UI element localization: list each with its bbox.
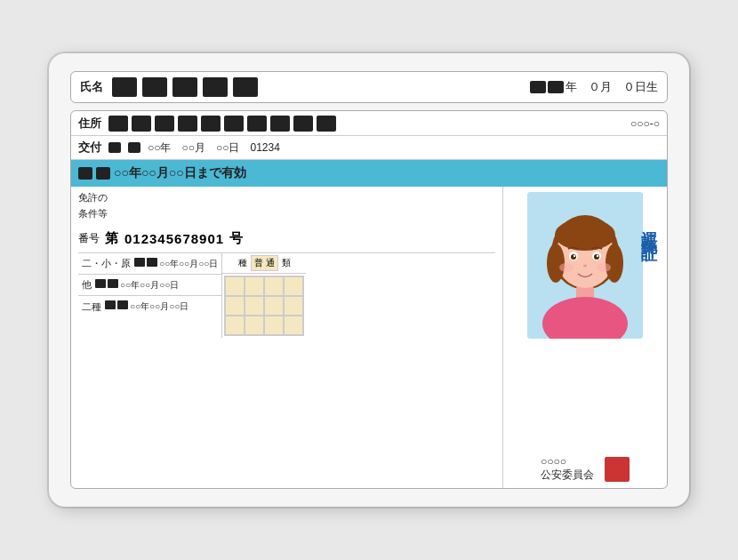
issue-block-1 — [108, 142, 121, 153]
number-value: 012345678901 — [124, 231, 224, 246]
license-card: 氏名 年 ０月 ０日生 住所 — [49, 53, 689, 507]
grid-cell — [284, 276, 303, 296]
license-title: 運転免許証 — [638, 218, 660, 236]
issue-block-2 — [128, 142, 140, 153]
grid-cell — [284, 296, 303, 316]
number-row: 番号 第 012345678901 号 — [78, 230, 495, 247]
conditions-label: 免許の 条件等 — [78, 190, 495, 221]
grid-cell — [264, 296, 284, 316]
address-row: 住所 ○○○-○ — [71, 111, 667, 136]
vehicle-grid-section: 種 普 通 類 — [222, 253, 306, 338]
validity-text: ○○年○○月○○日まで有効 — [114, 165, 246, 181]
dob-text: 年 ０月 ０日生 — [566, 79, 658, 95]
police-section: ○○○○公安委員会 — [541, 455, 630, 483]
grid-cell — [264, 276, 284, 296]
main-area: 住所 ○○○-○ 交付 ○○年 ○○月 ○○日 01234 — [70, 110, 668, 489]
address-blocks — [108, 116, 623, 132]
cat-row-他: 他 ○○年○○月○○日 — [78, 275, 221, 296]
police-seal — [605, 457, 630, 482]
cat-row-二種: 二種 ○○年○○月○○日 — [78, 296, 221, 317]
svg-point-13 — [597, 255, 598, 257]
name-block-5 — [233, 77, 258, 97]
cat-row-二小原: 二・小・原 ○○年○○月○○日 — [78, 253, 221, 275]
validity-row: ○○年○○月○○日まで有効 — [71, 160, 667, 187]
name-row: 氏名 年 ０月 ０日生 — [70, 71, 668, 103]
grid-cell — [225, 276, 245, 296]
address-label: 住所 — [78, 116, 101, 132]
name-block-2 — [142, 77, 167, 97]
address-suffix: ○○○-○ — [630, 117, 660, 130]
police-name: ○○○○公安委員会 — [541, 455, 594, 483]
grid-cell — [245, 276, 264, 296]
dob-block-2 — [548, 81, 564, 93]
grid-cell — [225, 316, 245, 335]
name-label: 氏名 — [80, 79, 103, 95]
grid-cell — [284, 316, 303, 335]
name-block-3 — [172, 77, 197, 97]
left-side: 免許の 条件等 番号 第 012345678901 号 二・小・原 — [71, 187, 502, 488]
content-row: 免許の 条件等 番号 第 012345678901 号 二・小・原 — [71, 187, 667, 488]
vehicle-grid — [224, 276, 304, 336]
svg-point-5 — [555, 219, 615, 251]
number-suffix: 号 — [229, 230, 244, 247]
svg-point-11 — [594, 254, 599, 260]
name-blocks — [112, 77, 521, 97]
name-block-1 — [112, 77, 137, 97]
number-label: 番号 — [78, 231, 100, 246]
svg-point-16 — [597, 263, 611, 272]
category-area: 二・小・原 ○○年○○月○○日 他 — [78, 252, 495, 338]
svg-point-14 — [583, 265, 587, 268]
category-labels: 二・小・原 ○○年○○月○○日 他 — [78, 253, 222, 338]
name-block-4 — [203, 77, 228, 97]
svg-point-7 — [606, 244, 623, 283]
普通-label: 普 通 — [251, 255, 278, 271]
vehicle-type-header: 種 普 通 類 — [222, 253, 306, 274]
grid-cell — [245, 296, 264, 316]
number-prefix: 第 — [105, 230, 119, 247]
issue-text: ○○年 ○○月 ○○日 01234 — [148, 140, 280, 156]
grid-cell — [264, 316, 284, 335]
grid-cell — [245, 316, 264, 335]
svg-point-10 — [571, 254, 576, 260]
svg-point-12 — [574, 255, 575, 257]
dob-section: 年 ０月 ０日生 — [530, 79, 658, 95]
issue-label: 交付 — [78, 140, 101, 156]
photo-area — [527, 192, 643, 339]
svg-point-6 — [547, 244, 565, 283]
svg-point-15 — [559, 263, 574, 272]
dob-block-1 — [530, 81, 546, 93]
person-illustration — [527, 192, 643, 339]
grid-cell — [225, 296, 245, 316]
right-side: 運転免許証 ○○○○公安委員会 — [502, 187, 667, 488]
issue-row: 交付 ○○年 ○○月 ○○日 01234 — [71, 136, 667, 160]
